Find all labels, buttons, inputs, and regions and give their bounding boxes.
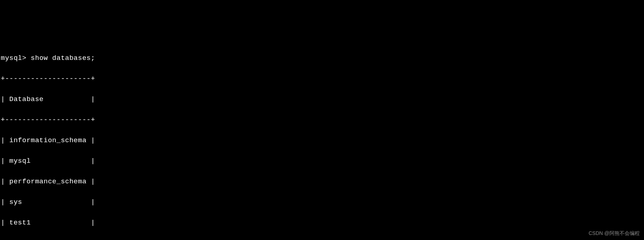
query1-command: show databases; [31,54,95,62]
query1-row-3: | sys | [1,197,643,208]
watermark: CSDN @阿熊不会编程 [589,230,640,237]
query1-row-0: | information_schema | [1,135,643,146]
query1-row-4: | test1 | [1,218,643,228]
query1-prompt-line: mysql> show databases; [1,53,643,64]
query1-header: | Database | [1,94,643,105]
terminal-output: mysql> show databases; +----------------… [1,43,643,240]
query1-row-1: | mysql | [1,156,643,166]
query1-border-mid: +--------------------+ [1,115,643,125]
query1-row-5: | test2 | [1,238,643,240]
query1-row-2: | performance_schema | [1,176,643,187]
prompt: mysql> [1,54,31,62]
query1-border-top: +--------------------+ [1,74,643,84]
